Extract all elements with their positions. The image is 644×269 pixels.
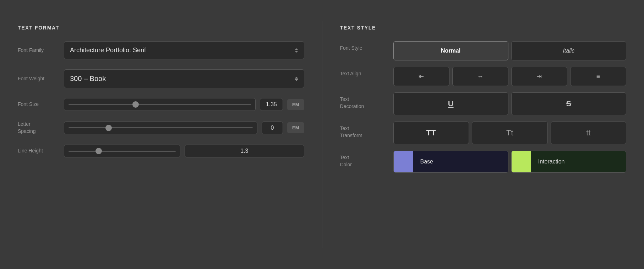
text-color-options: Base Interaction — [393, 151, 627, 173]
font-weight-label: Font Weight — [18, 75, 57, 82]
font-size-unit[interactable]: EM — [287, 99, 304, 110]
base-color-swatch — [394, 151, 413, 172]
font-weight-control: 300 – Book — [64, 69, 304, 88]
interaction-color-label: Interaction — [531, 158, 572, 165]
text-format-title: TEXT FORMAT — [18, 25, 304, 31]
text-transform-uppercase-button[interactable]: TT — [393, 122, 469, 144]
text-decoration-underline-button[interactable]: U — [393, 92, 508, 115]
text-align-right-button[interactable]: ⇥ — [511, 67, 567, 86]
line-height-label: Line Height — [18, 147, 57, 155]
font-style-options: Normal Italic — [393, 41, 627, 60]
font-style-label: Font Style — [340, 41, 386, 52]
font-size-slider-row: 1.35 EM — [64, 98, 304, 111]
line-height-slider-track — [69, 151, 176, 152]
font-family-row: Font Family Architecture Portfolio: Seri… — [18, 41, 304, 59]
font-size-row: Font Size 1.35 EM — [18, 98, 304, 111]
base-color-label: Base — [413, 158, 440, 165]
text-decoration-options: U S — [393, 92, 627, 115]
line-height-value[interactable]: 1.3 — [185, 145, 304, 157]
letter-spacing-slider-track — [69, 127, 253, 128]
underline-icon: U — [448, 99, 454, 108]
text-align-center-button[interactable]: ↔ — [452, 67, 508, 86]
letter-spacing-row: LetterSpacing 0 EM — [18, 121, 304, 135]
text-transform-titlecase-button[interactable]: Tt — [472, 122, 548, 144]
chevron-up-icon — [295, 77, 298, 79]
font-size-label: Font Size — [18, 101, 57, 108]
chevron-up-icon — [295, 48, 298, 50]
text-align-row: Text Align ⇤ ↔ ⇥ ≡ — [340, 67, 627, 86]
line-height-slider-row: 1.3 — [64, 145, 304, 157]
main-container: TEXT FORMAT Font Family Architecture Por… — [0, 0, 644, 269]
text-decoration-row: TextDecoration U S — [340, 92, 627, 115]
titlecase-icon: Tt — [506, 128, 513, 138]
text-align-left-button[interactable]: ⇤ — [393, 67, 449, 86]
strikethrough-icon: S — [566, 99, 572, 108]
font-size-slider-container — [64, 98, 256, 111]
font-weight-row: Font Weight 300 – Book — [18, 69, 304, 88]
text-decoration-label: TextDecoration — [340, 92, 386, 110]
text-color-label: TextColor — [340, 151, 386, 168]
font-family-chevron-icon — [295, 48, 298, 53]
font-family-value: Architecture Portfolio: Serif — [70, 47, 146, 54]
letter-spacing-unit[interactable]: EM — [287, 122, 304, 133]
font-family-select[interactable]: Architecture Portfolio: Serif — [64, 41, 304, 59]
text-format-panel: TEXT FORMAT Font Family Architecture Por… — [0, 14, 322, 255]
text-color-interaction-button[interactable]: Interaction — [511, 151, 626, 173]
font-family-control: Architecture Portfolio: Serif — [64, 41, 304, 59]
text-color-base-button[interactable]: Base — [393, 151, 508, 173]
font-weight-select[interactable]: 300 – Book — [64, 69, 304, 88]
interaction-color-swatch — [512, 151, 531, 172]
line-height-slider-container — [64, 145, 180, 157]
font-weight-chevron-icon — [295, 77, 298, 81]
uppercase-icon: TT — [426, 128, 436, 138]
text-align-label: Text Align — [340, 67, 386, 77]
letter-spacing-slider-row: 0 EM — [64, 122, 304, 134]
align-left-icon: ⇤ — [419, 72, 424, 80]
line-height-slider-thumb[interactable] — [95, 148, 102, 154]
lowercase-icon: tt — [586, 128, 590, 138]
line-height-row: Line Height 1.3 — [18, 145, 304, 157]
text-color-row: TextColor Base Interaction — [340, 151, 627, 173]
text-transform-lowercase-button[interactable]: tt — [551, 122, 627, 144]
font-size-value[interactable]: 1.35 — [260, 98, 283, 111]
chevron-down-icon — [295, 51, 298, 53]
align-justify-icon: ≡ — [596, 73, 600, 80]
align-right-icon: ⇥ — [536, 72, 542, 80]
letter-spacing-slider-thumb[interactable] — [105, 125, 112, 131]
font-family-label: Font Family — [18, 47, 57, 54]
align-center-icon: ↔ — [477, 73, 484, 80]
letter-spacing-slider-container — [64, 122, 257, 134]
text-transform-label: TextTransform — [340, 122, 386, 139]
text-align-justify-button[interactable]: ≡ — [570, 67, 626, 86]
font-style-row: Font Style Normal Italic — [340, 41, 627, 60]
font-style-italic-button[interactable]: Italic — [511, 41, 626, 60]
font-weight-value: 300 – Book — [70, 75, 106, 83]
font-size-slider-track — [69, 104, 251, 105]
font-size-slider-thumb[interactable] — [132, 101, 139, 108]
text-transform-options: TT Tt tt — [393, 122, 627, 144]
letter-spacing-value[interactable]: 0 — [262, 122, 283, 134]
letter-spacing-label: LetterSpacing — [18, 121, 57, 135]
text-style-title: TEXT STYLE — [340, 25, 627, 31]
text-decoration-strikethrough-button[interactable]: S — [511, 92, 626, 115]
text-transform-row: TextTransform TT Tt tt — [340, 122, 627, 144]
text-style-panel: TEXT STYLE Font Style Normal Italic Text… — [322, 14, 644, 255]
text-align-options: ⇤ ↔ ⇥ ≡ — [393, 67, 627, 86]
chevron-down-icon — [295, 79, 298, 81]
font-style-normal-button[interactable]: Normal — [393, 41, 508, 60]
